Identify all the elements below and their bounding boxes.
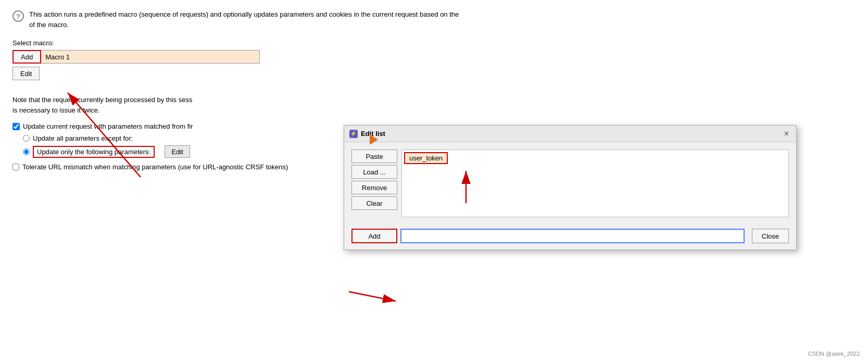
- macro-row: Add Macro 1: [12, 50, 856, 64]
- dialog-btn-col: Paste Load ... Remove Clear: [351, 150, 397, 210]
- macro-name: Macro 1: [45, 53, 70, 61]
- dialog-footer: Add Close: [344, 225, 796, 250]
- list-item[interactable]: user_token: [404, 152, 448, 164]
- dialog-close-button[interactable]: Close: [752, 229, 789, 243]
- radio-option1-label: Update all parameters except for:: [33, 134, 133, 142]
- dialog-close-x-button[interactable]: ×: [782, 129, 791, 139]
- info-row: ? This action runs a predefined macro (s…: [12, 9, 856, 30]
- watermark: CSDN @seek_2022: [808, 351, 860, 357]
- tolerate-label: Tolerate URL mismatch when matching para…: [22, 163, 288, 171]
- paste-button[interactable]: Paste: [351, 150, 397, 163]
- info-text: This action runs a predefined macro (seq…: [29, 9, 459, 30]
- dialog-icon: ⚡: [349, 130, 358, 138]
- macro-list[interactable]: Macro 1: [41, 50, 260, 64]
- edit-macro-row: Edit: [12, 66, 856, 80]
- load-button[interactable]: Load ...: [351, 165, 397, 179]
- update-checkbox-label: Update current request with parameters m…: [23, 122, 193, 130]
- tolerate-checkbox[interactable]: [12, 164, 19, 170]
- dialog-add-button[interactable]: Add: [351, 229, 397, 243]
- main-panel: ? This action runs a predefined macro (s…: [0, 0, 868, 361]
- note-text: Note that the request currently being pr…: [12, 95, 367, 115]
- dialog-title: ⚡ Edit list: [349, 130, 385, 138]
- add-macro-button[interactable]: Add: [12, 50, 41, 64]
- remove-button[interactable]: Remove: [351, 181, 397, 194]
- radio-option2[interactable]: [23, 148, 30, 155]
- edit-macro-button[interactable]: Edit: [12, 67, 40, 80]
- radio-option1[interactable]: [23, 135, 30, 142]
- select-macro-label: Select macro:: [12, 39, 856, 47]
- dialog-list-area[interactable]: user_token: [401, 150, 789, 217]
- clear-button[interactable]: Clear: [351, 196, 397, 210]
- dialog-add-input[interactable]: [400, 229, 745, 243]
- info-icon: ?: [12, 10, 24, 22]
- svg-line-4: [349, 292, 396, 301]
- dialog-body: Paste Load ... Remove Clear user_token: [344, 142, 796, 225]
- dialog-titlebar: ⚡ Edit list ×: [344, 126, 796, 142]
- radio-option2-label: Update only the following parameters:: [33, 146, 155, 158]
- edit-list-dialog: ⚡ Edit list × Paste Load ... Remove Clea…: [344, 125, 797, 250]
- update-checkbox[interactable]: [12, 123, 20, 130]
- edit-params-button[interactable]: Edit: [165, 145, 190, 158]
